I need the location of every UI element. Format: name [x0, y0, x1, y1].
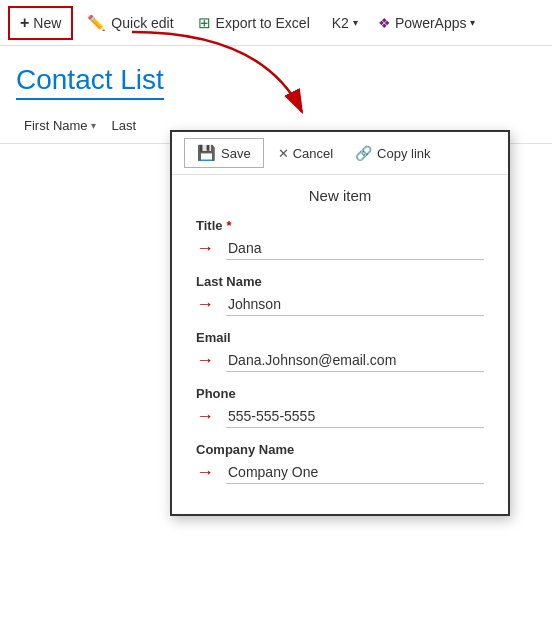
- field-group-email: Email →: [196, 330, 484, 372]
- page-header: Contact List: [0, 46, 552, 108]
- quick-edit-label: Quick edit: [111, 15, 173, 31]
- quick-edit-button[interactable]: ✏️ Quick edit: [77, 8, 183, 38]
- company-arrow-icon: →: [196, 462, 214, 483]
- plus-icon: +: [20, 14, 29, 32]
- phone-input[interactable]: [226, 405, 484, 428]
- pencil-icon: ✏️: [87, 14, 106, 32]
- panel-form-title: New item: [196, 187, 484, 204]
- col-firstname-label: First Name: [24, 118, 88, 133]
- col-firstname-chevron: ▾: [91, 120, 96, 131]
- title-label-text: Title: [196, 218, 223, 233]
- lastname-arrow-icon: →: [196, 294, 214, 315]
- page-title: Contact List: [16, 64, 164, 100]
- toolbar: + New ✏️ Quick edit ⊞ Export to Excel K2…: [0, 0, 552, 46]
- cancel-x-icon: ✕: [278, 146, 289, 161]
- phone-label-text: Phone: [196, 386, 236, 401]
- field-label-title: Title *: [196, 218, 484, 233]
- new-button[interactable]: + New: [8, 6, 73, 40]
- copy-link-button[interactable]: 🔗 Copy link: [347, 140, 438, 166]
- company-input[interactable]: [226, 461, 484, 484]
- col-header-last[interactable]: Last: [104, 114, 145, 137]
- k2-dropdown[interactable]: K2 ▾: [324, 9, 366, 37]
- export-label: Export to Excel: [216, 15, 310, 31]
- company-field-row: →: [196, 461, 484, 484]
- new-button-label: New: [33, 15, 61, 31]
- field-group-title: Title * →: [196, 218, 484, 260]
- copy-link-label: Copy link: [377, 146, 430, 161]
- k2-label: K2: [332, 15, 349, 31]
- email-input[interactable]: [226, 349, 484, 372]
- lastname-label-text: Last Name: [196, 274, 262, 289]
- field-group-lastname: Last Name →: [196, 274, 484, 316]
- field-group-company: Company Name →: [196, 442, 484, 484]
- col-last-label: Last: [112, 118, 137, 133]
- email-label-text: Email: [196, 330, 231, 345]
- email-field-row: →: [196, 349, 484, 372]
- field-label-email: Email: [196, 330, 484, 345]
- powerapps-chevron-icon: ▾: [470, 17, 475, 28]
- powerapps-icon: ❖: [378, 15, 391, 31]
- title-field-row: →: [196, 237, 484, 260]
- powerapps-dropdown[interactable]: ❖ PowerApps ▾: [370, 9, 484, 37]
- email-arrow-icon: →: [196, 350, 214, 371]
- field-label-phone: Phone: [196, 386, 484, 401]
- k2-chevron-icon: ▾: [353, 17, 358, 28]
- field-label-company: Company Name: [196, 442, 484, 457]
- powerapps-label: PowerApps: [395, 15, 467, 31]
- title-arrow-icon: →: [196, 238, 214, 259]
- col-header-firstname[interactable]: First Name ▾: [16, 114, 104, 137]
- cancel-label: Cancel: [293, 146, 333, 161]
- save-label: Save: [221, 146, 251, 161]
- company-label-text: Company Name: [196, 442, 294, 457]
- export-button[interactable]: ⊞ Export to Excel: [188, 8, 320, 38]
- lastname-field-row: →: [196, 293, 484, 316]
- lastname-input[interactable]: [226, 293, 484, 316]
- save-icon: 💾: [197, 144, 216, 162]
- phone-arrow-icon: →: [196, 406, 214, 427]
- panel-toolbar: 💾 Save ✕ Cancel 🔗 Copy link: [172, 132, 508, 175]
- panel-content: New item Title * → Last Name →: [172, 175, 508, 514]
- title-input[interactable]: [226, 237, 484, 260]
- phone-field-row: →: [196, 405, 484, 428]
- quick-edit-panel: 💾 Save ✕ Cancel 🔗 Copy link New item Tit…: [170, 130, 510, 516]
- excel-icon: ⊞: [198, 14, 211, 32]
- field-group-phone: Phone →: [196, 386, 484, 428]
- field-label-lastname: Last Name: [196, 274, 484, 289]
- save-button[interactable]: 💾 Save: [184, 138, 264, 168]
- cancel-button[interactable]: ✕ Cancel: [268, 141, 343, 166]
- link-icon: 🔗: [355, 145, 372, 161]
- title-required-indicator: *: [227, 218, 232, 233]
